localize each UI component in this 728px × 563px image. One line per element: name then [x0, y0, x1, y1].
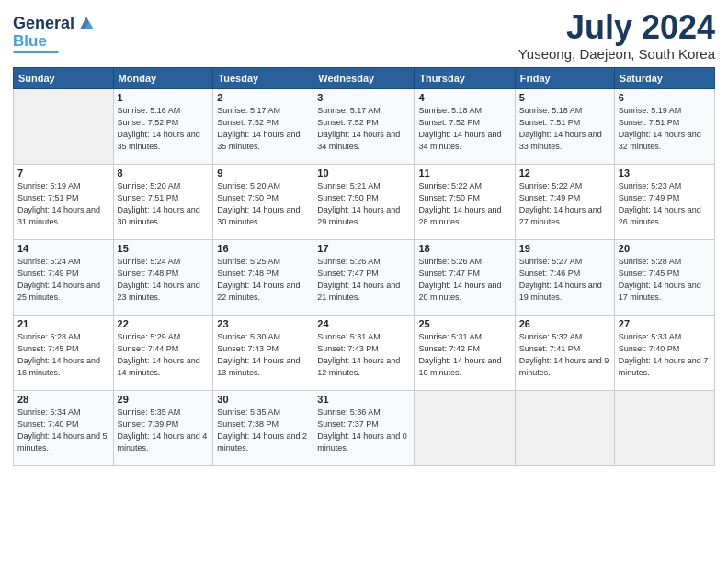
- cell-info: Sunrise: 5:17 AMSunset: 7:52 PMDaylight:…: [317, 105, 410, 153]
- cell-0-0: [14, 88, 114, 164]
- day-number: 23: [217, 318, 309, 329]
- day-number: 25: [418, 318, 510, 329]
- cell-1-4: 11Sunrise: 5:22 AMSunset: 7:50 PMDayligh…: [415, 164, 515, 239]
- cell-info: Sunrise: 5:32 AMSunset: 7:41 PMDaylight:…: [519, 331, 610, 379]
- cell-info: Sunrise: 5:26 AMSunset: 7:47 PMDaylight:…: [317, 256, 410, 304]
- cell-4-1: 29Sunrise: 5:35 AMSunset: 7:39 PMDayligh…: [113, 390, 213, 465]
- week-row-1: 7Sunrise: 5:19 AMSunset: 7:51 PMDaylight…: [14, 164, 715, 239]
- cell-2-0: 14Sunrise: 5:24 AMSunset: 7:49 PMDayligh…: [14, 239, 114, 315]
- cell-2-5: 19Sunrise: 5:27 AMSunset: 7:46 PMDayligh…: [515, 239, 614, 315]
- logo-underline: [13, 51, 59, 53]
- logo-blue: Blue: [13, 33, 47, 49]
- cell-4-0: 28Sunrise: 5:34 AMSunset: 7:40 PMDayligh…: [14, 390, 114, 465]
- col-friday: Friday: [515, 67, 614, 88]
- cell-info: Sunrise: 5:19 AMSunset: 7:51 PMDaylight:…: [17, 180, 109, 228]
- cell-0-1: 1Sunrise: 5:16 AMSunset: 7:52 PMDaylight…: [113, 88, 213, 164]
- week-row-2: 14Sunrise: 5:24 AMSunset: 7:49 PMDayligh…: [14, 239, 715, 315]
- cell-4-4: [415, 390, 515, 465]
- cell-info: Sunrise: 5:21 AMSunset: 7:50 PMDaylight:…: [317, 180, 410, 228]
- cell-1-2: 9Sunrise: 5:20 AMSunset: 7:50 PMDaylight…: [213, 164, 313, 239]
- day-number: 6: [619, 92, 711, 103]
- day-number: 7: [17, 167, 109, 178]
- cell-info: Sunrise: 5:25 AMSunset: 7:48 PMDaylight:…: [217, 256, 309, 304]
- day-number: 11: [418, 167, 510, 178]
- cell-1-5: 12Sunrise: 5:22 AMSunset: 7:49 PMDayligh…: [515, 164, 614, 239]
- cell-info: Sunrise: 5:18 AMSunset: 7:52 PMDaylight:…: [418, 105, 510, 153]
- location: Yuseong, Daejeon, South Korea: [518, 46, 715, 62]
- day-number: 15: [118, 243, 210, 254]
- day-number: 20: [619, 243, 711, 254]
- day-number: 10: [317, 167, 410, 178]
- cell-info: Sunrise: 5:20 AMSunset: 7:51 PMDaylight:…: [118, 180, 210, 228]
- cell-info: Sunrise: 5:30 AMSunset: 7:43 PMDaylight:…: [217, 331, 309, 379]
- cell-info: Sunrise: 5:24 AMSunset: 7:49 PMDaylight:…: [17, 256, 109, 304]
- calendar-table: Sunday Monday Tuesday Wednesday Thursday…: [13, 67, 715, 466]
- day-number: 18: [418, 243, 510, 254]
- cell-3-0: 21Sunrise: 5:28 AMSunset: 7:45 PMDayligh…: [14, 315, 114, 390]
- day-number: 1: [118, 92, 210, 103]
- cell-4-5: [515, 390, 614, 465]
- logo: General Blue: [13, 13, 97, 53]
- week-row-0: 1Sunrise: 5:16 AMSunset: 7:52 PMDaylight…: [14, 88, 715, 164]
- cell-3-4: 25Sunrise: 5:31 AMSunset: 7:42 PMDayligh…: [415, 315, 515, 390]
- cell-info: Sunrise: 5:19 AMSunset: 7:51 PMDaylight:…: [619, 105, 711, 153]
- cell-2-6: 20Sunrise: 5:28 AMSunset: 7:45 PMDayligh…: [614, 239, 714, 315]
- cell-info: Sunrise: 5:31 AMSunset: 7:42 PMDaylight:…: [418, 331, 510, 379]
- cell-info: Sunrise: 5:33 AMSunset: 7:40 PMDaylight:…: [619, 331, 711, 379]
- cell-3-6: 27Sunrise: 5:33 AMSunset: 7:40 PMDayligh…: [614, 315, 714, 390]
- cell-2-4: 18Sunrise: 5:26 AMSunset: 7:47 PMDayligh…: [415, 239, 515, 315]
- cell-0-4: 4Sunrise: 5:18 AMSunset: 7:52 PMDaylight…: [415, 88, 515, 164]
- cell-3-3: 24Sunrise: 5:31 AMSunset: 7:43 PMDayligh…: [313, 315, 415, 390]
- week-row-3: 21Sunrise: 5:28 AMSunset: 7:45 PMDayligh…: [14, 315, 715, 390]
- logo-icon: [76, 13, 97, 33]
- day-number: 30: [217, 394, 309, 405]
- cell-0-2: 2Sunrise: 5:17 AMSunset: 7:52 PMDaylight…: [213, 88, 313, 164]
- col-tuesday: Tuesday: [213, 67, 313, 88]
- col-monday: Monday: [113, 67, 213, 88]
- day-number: 26: [519, 318, 610, 329]
- month-title: July 2024: [518, 9, 715, 46]
- day-number: 17: [317, 243, 410, 254]
- cell-info: Sunrise: 5:22 AMSunset: 7:50 PMDaylight:…: [418, 180, 510, 228]
- cell-info: Sunrise: 5:29 AMSunset: 7:44 PMDaylight:…: [118, 331, 210, 379]
- day-number: 27: [619, 318, 711, 329]
- cell-info: Sunrise: 5:23 AMSunset: 7:49 PMDaylight:…: [619, 180, 711, 228]
- cell-info: Sunrise: 5:27 AMSunset: 7:46 PMDaylight:…: [519, 256, 610, 304]
- day-number: 31: [317, 394, 410, 405]
- cell-info: Sunrise: 5:35 AMSunset: 7:39 PMDaylight:…: [118, 407, 210, 454]
- cell-info: Sunrise: 5:22 AMSunset: 7:49 PMDaylight:…: [519, 180, 610, 228]
- cell-2-1: 15Sunrise: 5:24 AMSunset: 7:48 PMDayligh…: [113, 239, 213, 315]
- cell-info: Sunrise: 5:24 AMSunset: 7:48 PMDaylight:…: [118, 256, 210, 304]
- header-row: Sunday Monday Tuesday Wednesday Thursday…: [14, 67, 715, 88]
- day-number: 28: [17, 394, 109, 405]
- cell-2-3: 17Sunrise: 5:26 AMSunset: 7:47 PMDayligh…: [313, 239, 415, 315]
- cell-1-0: 7Sunrise: 5:19 AMSunset: 7:51 PMDaylight…: [14, 164, 114, 239]
- day-number: 9: [217, 167, 309, 178]
- col-saturday: Saturday: [614, 67, 714, 88]
- cell-1-3: 10Sunrise: 5:21 AMSunset: 7:50 PMDayligh…: [313, 164, 415, 239]
- cell-info: Sunrise: 5:31 AMSunset: 7:43 PMDaylight:…: [317, 331, 410, 379]
- cell-info: Sunrise: 5:17 AMSunset: 7:52 PMDaylight:…: [217, 105, 309, 153]
- day-number: 22: [118, 318, 210, 329]
- col-sunday: Sunday: [14, 67, 114, 88]
- day-number: 5: [519, 92, 610, 103]
- cell-3-2: 23Sunrise: 5:30 AMSunset: 7:43 PMDayligh…: [213, 315, 313, 390]
- cell-info: Sunrise: 5:28 AMSunset: 7:45 PMDaylight:…: [17, 331, 109, 379]
- cell-info: Sunrise: 5:35 AMSunset: 7:38 PMDaylight:…: [217, 407, 309, 454]
- col-thursday: Thursday: [415, 67, 515, 88]
- cell-info: Sunrise: 5:18 AMSunset: 7:51 PMDaylight:…: [519, 105, 610, 153]
- cell-info: Sunrise: 5:36 AMSunset: 7:37 PMDaylight:…: [317, 407, 410, 454]
- cell-1-6: 13Sunrise: 5:23 AMSunset: 7:49 PMDayligh…: [614, 164, 714, 239]
- cell-2-2: 16Sunrise: 5:25 AMSunset: 7:48 PMDayligh…: [213, 239, 313, 315]
- logo-general: General: [13, 15, 74, 31]
- day-number: 24: [317, 318, 410, 329]
- cell-info: Sunrise: 5:26 AMSunset: 7:47 PMDaylight:…: [418, 256, 510, 304]
- col-wednesday: Wednesday: [313, 67, 415, 88]
- day-number: 12: [519, 167, 610, 178]
- cell-info: Sunrise: 5:34 AMSunset: 7:40 PMDaylight:…: [17, 407, 109, 454]
- cell-4-3: 31Sunrise: 5:36 AMSunset: 7:37 PMDayligh…: [313, 390, 415, 465]
- day-number: 2: [217, 92, 309, 103]
- day-number: 16: [217, 243, 309, 254]
- week-row-4: 28Sunrise: 5:34 AMSunset: 7:40 PMDayligh…: [14, 390, 715, 465]
- cell-1-1: 8Sunrise: 5:20 AMSunset: 7:51 PMDaylight…: [113, 164, 213, 239]
